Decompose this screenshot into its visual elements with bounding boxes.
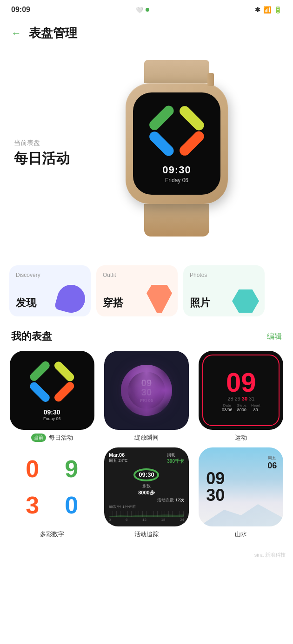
flower-outer: 0930 FRI 06	[121, 365, 172, 416]
category-card-outfit[interactable]: Outfit 穿搭	[96, 265, 178, 316]
category-name-discovery: 发现	[16, 296, 84, 310]
my-dials-header: 我的表盘 编辑	[0, 326, 293, 351]
dial5-steps-area: 步数 8000步	[109, 483, 184, 496]
status-icons: ✱ 📶 🔋	[255, 6, 282, 13]
watch-x-logo	[140, 104, 214, 164]
dial3-label-row: 运动	[235, 434, 247, 442]
dial5-graph-labels: 06121824	[109, 518, 184, 522]
dial3-name: 运动	[235, 434, 247, 442]
flower-petals	[121, 365, 172, 416]
dial6-day: 06	[267, 461, 277, 471]
dial5-ring-time: 09:30	[139, 471, 154, 478]
category-card-photos[interactable]: Photos 照片	[183, 265, 265, 316]
dial5-steps-val: 8000步	[109, 489, 184, 496]
dial-item-2: 0930 FRI 06 绽放瞬间	[102, 351, 191, 442]
dial-face-2[interactable]: 0930 FRI 06	[104, 351, 189, 430]
edit-button[interactable]: 编辑	[267, 332, 282, 342]
watermark-text: sina 新浪科技	[254, 552, 286, 558]
num-3: 3	[13, 487, 52, 523]
dial5-ring: 09:30	[133, 468, 159, 481]
watch-date: Friday 06	[165, 177, 188, 184]
dial-item-6: 周五 06 0930 山水	[197, 447, 286, 539]
dial-face-1[interactable]: 09:30 Friday 06	[10, 351, 94, 430]
svg-rect-2	[147, 130, 176, 158]
dial-item-4: 0 9 3 0 多彩数字	[7, 447, 96, 539]
dial1-x-logo	[22, 360, 82, 408]
strap-top	[144, 60, 209, 83]
watch-body: 09:30 Friday 06	[126, 83, 228, 204]
dial5-cal: 消耗	[167, 452, 184, 458]
watch-preview-section: 当前表盘 每日活动	[0, 46, 293, 260]
dial-item-5: Mar.06 周五 24°C 消耗 300千卡 09:30 步数 8000步 活…	[102, 447, 191, 539]
category-name-photos: 照片	[190, 296, 258, 310]
dial4-name: 多彩数字	[40, 530, 64, 539]
dial6-name: 山水	[235, 530, 247, 539]
dial-face-6[interactable]: 周五 06 0930	[199, 447, 283, 526]
dial6-label-row: 山水	[235, 530, 247, 539]
dial1-label-row: 当前 每日活动	[31, 434, 73, 442]
category-card-discovery[interactable]: Discovery 发现	[9, 265, 91, 316]
heart-icon: 🤍	[136, 7, 143, 13]
dial-face-3[interactable]: 09 28293031 Date 03/06 Steps 8000 Heart …	[199, 351, 283, 430]
category-label-photos: Photos	[190, 272, 258, 278]
dial-face-4[interactable]: 0 9 3 0	[10, 447, 94, 526]
svg-rect-3	[178, 129, 206, 158]
svg-rect-5	[53, 360, 76, 383]
num-0b: 0	[53, 487, 91, 523]
watch-name: 每日活动	[14, 150, 70, 167]
dial5-header-left: Mar.06 周五 24°C	[109, 452, 128, 465]
svg-rect-0	[147, 104, 176, 132]
dial1-time: 09:30	[44, 408, 60, 416]
dial4-label-row: 多彩数字	[40, 530, 64, 539]
dial5-label-row: 活动追踪	[134, 530, 159, 539]
svg-rect-4	[28, 360, 51, 383]
battery-icon: 🔋	[274, 6, 282, 13]
dial-item-3: 09 28293031 Date 03/06 Steps 8000 Heart …	[197, 351, 286, 442]
dial5-pace: 89次/分 1分钟前	[109, 504, 184, 509]
sport-ring	[202, 355, 280, 426]
svg-rect-7	[53, 380, 76, 403]
back-button[interactable]: ←	[11, 27, 21, 39]
page-title: 表盘管理	[29, 25, 77, 41]
watch-image-area: 09:30 Friday 06	[74, 55, 279, 250]
dial-grid: 09:30 Friday 06 当前 每日活动 0930 FRI 06 绽放瞬间	[0, 351, 293, 548]
dial5-steps-label: 步数	[109, 483, 184, 489]
dial6-date-corner: 周五 06	[267, 455, 277, 471]
watch-screen: 09:30 Friday 06	[133, 92, 220, 195]
dial5-header: Mar.06 周五 24°C 消耗 300千卡	[109, 452, 184, 465]
watch-label-area: 当前表盘 每日活动	[14, 139, 74, 167]
green-dot	[146, 8, 149, 12]
dial1-date: Friday 06	[43, 416, 61, 421]
dial5-date: Mar.06	[109, 452, 128, 458]
svg-rect-1	[178, 104, 206, 133]
category-list: Discovery 发现 Outfit 穿搭 Photos 照片	[0, 260, 293, 326]
dial1-name: 每日活动	[49, 434, 73, 442]
category-label-outfit: Outfit	[103, 272, 171, 278]
dial6-time: 0930	[206, 470, 225, 504]
watch-time: 09:30	[162, 164, 191, 176]
watch-wrapper: 09:30 Friday 06	[126, 60, 228, 237]
dial2-name: 绽放瞬间	[134, 434, 159, 442]
my-dials-title: 我的表盘	[11, 329, 52, 343]
watermark: sina 新浪科技	[0, 548, 293, 566]
dial-item-1: 09:30 Friday 06 当前 每日活动	[7, 351, 96, 442]
dial5-active-area: 活动次数 12次	[109, 497, 184, 503]
dial-face-5[interactable]: Mar.06 周五 24°C 消耗 300千卡 09:30 步数 8000步 活…	[104, 447, 189, 526]
current-badge: 当前	[31, 434, 46, 442]
wifi-icon: 📶	[263, 6, 271, 13]
dial2-label-row: 绽放瞬间	[134, 434, 159, 442]
dial5-weekday: 周五 24°C	[109, 458, 128, 464]
dial5-cal-area: 消耗 300千卡	[167, 452, 184, 465]
category-label-discovery: Discovery	[16, 272, 84, 278]
current-label: 当前表盘	[14, 139, 70, 147]
num-9: 9	[53, 451, 91, 486]
strap-bottom	[144, 204, 209, 237]
status-time: 09:09	[11, 6, 30, 14]
num-0a: 0	[13, 451, 52, 486]
dial6-weekday: 周五	[267, 455, 277, 461]
page-header: ← 表盘管理	[0, 18, 293, 46]
dial5-name: 活动追踪	[134, 530, 159, 539]
dial5-cal-val: 300千卡	[167, 458, 184, 465]
category-name-outfit: 穿搭	[103, 296, 171, 310]
dial5-active-val: 12次	[175, 498, 184, 502]
